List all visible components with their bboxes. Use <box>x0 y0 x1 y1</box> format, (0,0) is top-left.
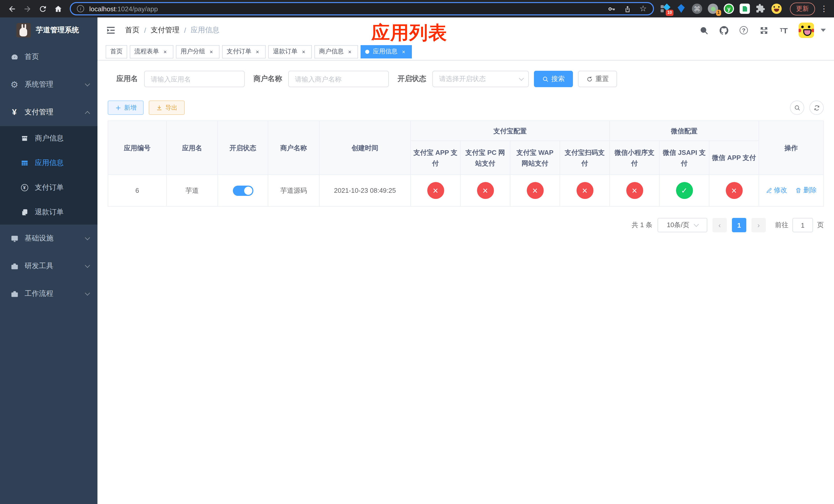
documents-icon <box>21 208 28 216</box>
sidebar-item-infra[interactable]: 基础设施 <box>0 225 97 252</box>
gear-icon: ⚙ <box>10 81 19 89</box>
sidebar-item-app-info[interactable]: 应用信息 <box>0 151 97 175</box>
close-icon[interactable]: × <box>208 48 215 55</box>
sidebar-item-devtools[interactable]: 研发工具 <box>0 252 97 280</box>
browser-home-icon[interactable] <box>51 2 65 15</box>
merchant-name-label: 商户名称 <box>254 74 282 84</box>
extensions-puzzle-icon[interactable] <box>755 4 766 14</box>
prev-page-button[interactable]: ‹ <box>712 218 727 232</box>
address-bar[interactable]: i localhost:1024/pay/app ☆ <box>70 2 654 15</box>
edit-link[interactable]: 修改 <box>766 186 787 195</box>
merchant-name-input[interactable] <box>288 71 389 87</box>
sidebar-item-refund-order[interactable]: 退款订单 <box>0 200 97 225</box>
sidebar-item-label: 应用信息 <box>35 158 64 168</box>
chevron-up-icon <box>85 111 90 116</box>
url-path[interactable]: :1024/pay/app <box>116 5 158 13</box>
col-group-wechat: 微信配置 <box>610 121 759 141</box>
share-icon[interactable] <box>623 5 631 13</box>
extension-doc-icon[interactable] <box>740 4 750 14</box>
extension-recorder-icon[interactable]: 1 <box>708 4 718 14</box>
alipay-app-status-icon <box>427 182 444 199</box>
payment-submenu: 商户信息 应用信息 ¥ 支付订单 退款订单 <box>0 126 97 225</box>
add-button[interactable]: 新增 <box>108 100 144 115</box>
logo-rabbit-image <box>16 23 31 38</box>
col-wechat-app: 微信 APP 支付 <box>709 141 759 175</box>
cell-app-name: 芋道 <box>167 175 218 206</box>
tab-home[interactable]: 首页 <box>106 45 127 58</box>
page-size-select[interactable]: 10条/页 <box>658 218 707 232</box>
refresh-button[interactable] <box>809 100 824 115</box>
font-size-icon[interactable]: TT <box>778 25 789 36</box>
password-key-icon[interactable] <box>608 5 615 13</box>
col-app-id: 应用编号 <box>108 121 167 175</box>
next-page-button[interactable]: › <box>751 218 766 232</box>
search-icon[interactable] <box>699 25 709 36</box>
col-app-name: 应用名 <box>167 121 218 175</box>
user-avatar[interactable] <box>798 23 814 38</box>
bookmark-star-icon[interactable]: ☆ <box>639 5 647 13</box>
sidebar-item-workflow[interactable]: 工作流程 <box>0 280 97 307</box>
site-info-icon[interactable]: i <box>77 5 84 12</box>
col-alipay-wap: 支付宝 WAP 网站支付 <box>510 141 560 175</box>
sidebar-item-pay-order[interactable]: ¥ 支付订单 <box>0 175 97 200</box>
close-icon[interactable]: × <box>161 48 169 55</box>
tab-refund-order[interactable]: 退款订单 × <box>268 45 312 58</box>
extension-y-icon[interactable] <box>724 4 734 14</box>
sidebar-collapse-icon[interactable] <box>106 25 117 36</box>
tab-user-group[interactable]: 用户分组 × <box>176 45 220 58</box>
col-alipay-qr: 支付宝扫码支付 <box>560 141 610 175</box>
profile-avatar-icon[interactable] <box>771 4 782 14</box>
sidebar-item-payment[interactable]: ¥ 支付管理 <box>0 98 97 126</box>
goto-page-input[interactable] <box>792 218 813 232</box>
fullscreen-icon[interactable] <box>759 25 769 36</box>
extension-tabs-icon[interactable]: 10 <box>660 4 671 14</box>
browser-reload-icon[interactable] <box>36 2 49 15</box>
status-select[interactable]: 请选择开启状态 <box>432 71 529 87</box>
url-host[interactable]: localhost <box>89 5 116 13</box>
search-button[interactable]: 搜索 <box>534 71 573 87</box>
app-name-input[interactable] <box>144 71 245 87</box>
navbar-actions: ? TT <box>699 23 826 38</box>
wechat-mini-status-icon <box>626 182 643 199</box>
close-icon[interactable]: × <box>300 48 307 55</box>
alipay-pc-status-icon <box>477 182 494 199</box>
sidebar-item-label: 退款订单 <box>35 208 64 217</box>
github-icon[interactable] <box>719 25 729 36</box>
status-toggle[interactable] <box>233 185 253 196</box>
tab-app-info[interactable]: 应用信息 × <box>360 45 412 58</box>
breadcrumb-payment[interactable]: 支付管理 <box>151 26 179 35</box>
browser-menu-icon[interactable]: ⋮ <box>819 4 829 13</box>
breadcrumb-current: 应用信息 <box>191 26 220 35</box>
reset-button[interactable]: 重置 <box>578 71 617 87</box>
extension-command-icon[interactable]: ⌘ <box>692 4 702 14</box>
cell-create-time: 2021-10-23 08:49:25 <box>319 175 411 206</box>
browser-back-icon[interactable] <box>5 2 19 15</box>
help-icon[interactable]: ? <box>739 25 749 36</box>
application-window: i localhost:1024/pay/app ☆ 10 ⌘ <box>0 0 834 504</box>
breadcrumb-home[interactable]: 首页 <box>125 26 139 35</box>
search-form: 应用名 商户名称 开启状态 请选择开启状态 搜索 重置 <box>108 71 824 87</box>
tab-process-form[interactable]: 流程表单 × <box>130 45 173 58</box>
sidebar-logo[interactable]: 芋道管理系统 <box>0 18 97 43</box>
delete-link[interactable]: 删除 <box>795 186 817 195</box>
page-suffix-label: 页 <box>817 221 824 230</box>
monitor-chart-icon <box>10 234 19 243</box>
current-page-button[interactable]: 1 <box>732 218 746 232</box>
browser-forward-icon[interactable] <box>21 2 34 15</box>
wechat-app-status-icon <box>725 182 743 199</box>
sidebar-item-system[interactable]: ⚙ 系统管理 <box>0 71 97 98</box>
avatar-caret-icon[interactable] <box>821 29 826 32</box>
extension-balloon-icon[interactable] <box>676 4 686 14</box>
sidebar-item-merchant-info[interactable]: 商户信息 <box>0 126 97 151</box>
browser-update-button[interactable]: 更新 <box>790 2 815 15</box>
tab-merchant-info[interactable]: 商户信息 × <box>314 45 358 58</box>
tab-pay-order[interactable]: 支付订单 × <box>222 45 266 58</box>
sidebar-item-home[interactable]: 首页 <box>0 43 97 71</box>
close-icon[interactable]: × <box>254 48 261 55</box>
toolbox-icon <box>10 262 19 270</box>
close-icon[interactable]: × <box>400 48 407 55</box>
col-alipay-pc: 支付宝 PC 网站支付 <box>460 141 510 175</box>
export-button[interactable]: 导出 <box>149 100 185 115</box>
close-icon[interactable]: × <box>346 48 353 55</box>
toggle-search-button[interactable] <box>790 100 804 115</box>
